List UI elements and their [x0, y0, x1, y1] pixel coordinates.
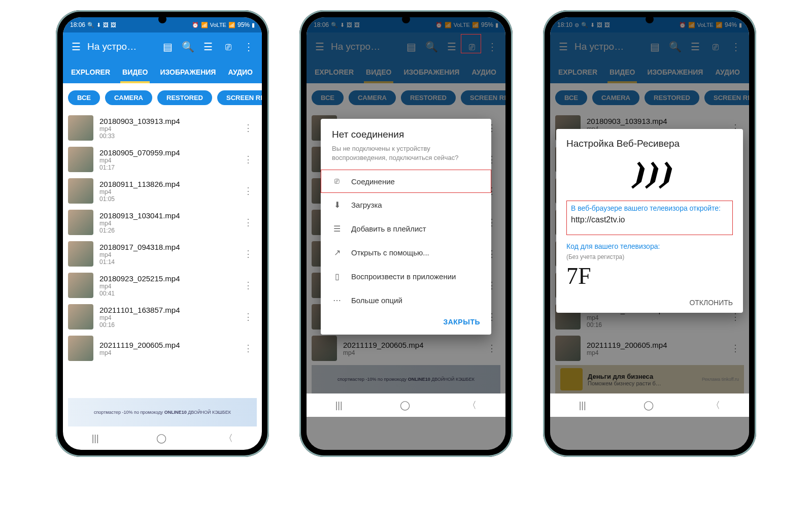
file-row[interactable]: 20211101_163857.mp4mp400:16⋮	[63, 301, 262, 333]
file-ext: mp4	[99, 157, 235, 164]
home-button[interactable]: ◯	[400, 400, 410, 411]
file-row[interactable]: 20180917_094318.mp4mp401:14⋮	[63, 238, 262, 270]
file-row[interactable]: 20180905_070959.mp4mp401:17⋮	[63, 144, 262, 175]
file-duration: 01:17	[99, 164, 235, 171]
option-connect[interactable]: ⎚Соединение	[321, 170, 491, 193]
thumbnail	[68, 241, 93, 267]
pill-camera[interactable]: CAMERA	[105, 90, 152, 105]
sdcard-icon[interactable]: ▤	[157, 37, 178, 57]
thumbnail	[68, 210, 93, 235]
battery-icon: ▮	[252, 22, 255, 28]
option-more[interactable]: ⋯Больше опций	[321, 288, 491, 312]
download-icon: ⬇	[96, 22, 101, 28]
camera-notch	[402, 15, 410, 23]
tab-bar: EXPLORER ВИДЕО ИЗОБРАЖЕНИЯ АУДИО	[63, 61, 262, 83]
sort-icon[interactable]: ☰	[198, 37, 218, 57]
search-icon[interactable]: 🔍	[178, 37, 198, 57]
recents-button[interactable]: |||	[579, 400, 586, 411]
filename: 20211119_200605.mp4	[99, 341, 235, 349]
status-battery: 95%	[238, 21, 250, 28]
dialog-title: Нет соединения	[321, 119, 491, 143]
thumbnail	[68, 178, 93, 204]
page-title: На устро…	[87, 41, 137, 52]
file-ext: mp4	[99, 349, 235, 356]
signal-icon: 📶	[228, 22, 235, 28]
file-duration: 00:16	[99, 321, 235, 328]
option-playlist[interactable]: ☰Добавить в плейлист	[321, 217, 491, 241]
phone-2: 18:06 🔍 ⬇ 🖼 🖼 ⏰ 📶 VoLTE 📶 95% ▮ ☰ На уст…	[299, 10, 513, 457]
back-button[interactable]: 〈	[467, 399, 477, 411]
menu-icon[interactable]: ☰	[66, 37, 86, 57]
file-row[interactable]: 20211119_200605.mp4mp4⋮	[63, 333, 262, 364]
filename: 20180923_025215.mp4	[99, 274, 235, 283]
receiver-code: 7F	[566, 262, 733, 289]
tab-audio[interactable]: АУДИО	[222, 61, 259, 83]
file-row[interactable]: 20180903_103913.mp4mp400:33⋮	[63, 112, 262, 144]
more-icon[interactable]: ⋮	[242, 185, 255, 196]
file-row[interactable]: 20180911_113826.mp4mp401:05⋮	[63, 175, 262, 207]
back-button[interactable]: 〈	[711, 399, 720, 411]
overflow-icon[interactable]: ⋮	[239, 37, 259, 57]
file-row[interactable]: 20180913_103041.mp4mp401:26⋮	[63, 207, 262, 238]
option-openwith[interactable]: ↗Открыть с помощью...	[321, 241, 491, 265]
more-icon[interactable]: ⋮	[242, 343, 255, 354]
filename: 20180911_113826.mp4	[99, 180, 235, 188]
pill-all[interactable]: ВСЕ	[68, 90, 100, 105]
filename: 20180913_103041.mp4	[99, 211, 235, 220]
filename: 20180917_094318.mp4	[99, 243, 235, 251]
gallery-icon: 🖼	[103, 22, 109, 28]
more-icon: ⋯	[332, 295, 342, 305]
option-download[interactable]: ⬇Загрузка	[321, 193, 491, 217]
alarm-icon: ⏰	[192, 22, 199, 28]
file-row[interactable]: 20180923_025215.mp4mp400:41⋮	[63, 270, 262, 301]
file-ext: mp4	[99, 188, 235, 195]
back-button[interactable]: 〈	[224, 432, 233, 444]
search-icon: 🔍	[87, 22, 94, 28]
tab-images[interactable]: ИЗОБРАЖЕНИЯ	[154, 61, 222, 83]
pill-screenrec[interactable]: SCREEN REC	[217, 90, 262, 105]
cast-icon: ⎚	[332, 177, 342, 186]
file-list[interactable]: 20180903_103913.mp4mp400:33⋮20180905_070…	[63, 112, 262, 397]
cast-icon[interactable]: ⎚	[218, 37, 239, 57]
receiver-icon: ⦘⦘⦘	[566, 158, 733, 190]
home-button[interactable]: ◯	[156, 433, 166, 444]
more-icon[interactable]: ⋮	[242, 154, 255, 165]
thumbnail	[68, 336, 93, 361]
more-icon[interactable]: ⋮	[242, 280, 255, 291]
more-icon[interactable]: ⋮	[242, 248, 255, 259]
file-duration: 01:14	[99, 258, 235, 266]
file-duration: 01:05	[99, 195, 235, 203]
thumbnail	[68, 304, 93, 330]
phone-icon: ▯	[332, 272, 342, 281]
tab-explorer[interactable]: EXPLORER	[65, 61, 116, 83]
file-ext: mp4	[99, 125, 235, 133]
status-time: 18:06	[70, 21, 85, 28]
file-ext: mp4	[99, 314, 235, 321]
more-icon[interactable]: ⋮	[242, 311, 255, 322]
thumbnail	[68, 115, 93, 141]
ad-banner[interactable]: спортмастер -10% по промокоду ONLINE10 Д…	[68, 398, 257, 426]
tab-video[interactable]: ВИДЕО	[116, 61, 154, 83]
home-button[interactable]: ◯	[644, 400, 654, 411]
filename: 20211101_163857.mp4	[99, 306, 235, 314]
filename: 20180905_070959.mp4	[99, 148, 235, 157]
thumbnail	[68, 147, 93, 172]
file-duration: 00:33	[99, 133, 235, 140]
option-playapp[interactable]: ▯Воспроизвести в приложении	[321, 265, 491, 288]
gallery-icon: 🖼	[111, 22, 116, 28]
dialog-title: Настройка Веб-Ресивера	[566, 138, 733, 149]
dismiss-button[interactable]: ОТКЛОНИТЬ	[689, 299, 733, 307]
instruction-label: В веб-браузере вашего телевизора откройт…	[571, 204, 728, 212]
more-icon[interactable]: ⋮	[242, 217, 255, 228]
file-duration: 00:41	[99, 290, 235, 297]
recents-button[interactable]: |||	[92, 433, 99, 444]
receiver-url: http://cast2tv.io	[571, 215, 728, 224]
file-ext: mp4	[99, 283, 235, 290]
recents-button[interactable]: |||	[335, 400, 343, 411]
nav-bar: ||| ◯ 〈	[63, 426, 262, 450]
file-duration: 01:26	[99, 227, 235, 234]
more-icon[interactable]: ⋮	[242, 122, 255, 134]
close-button[interactable]: ЗАКРЫТЬ	[443, 318, 480, 326]
pill-restored[interactable]: RESTORED	[157, 90, 212, 105]
camera-notch	[158, 15, 166, 23]
